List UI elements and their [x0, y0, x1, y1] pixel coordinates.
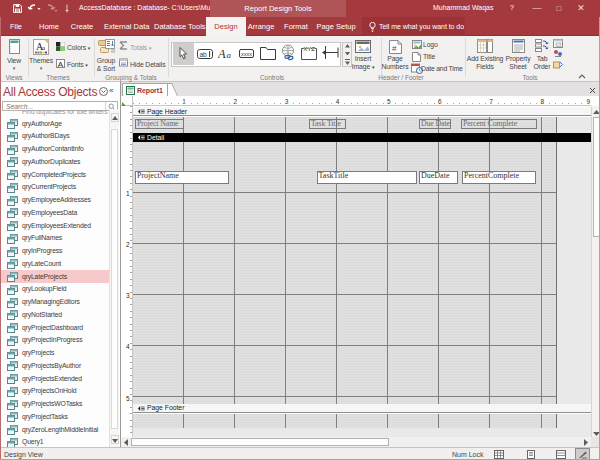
svg-text:xxxx: xxxx [241, 51, 252, 57]
svg-text:A: A [218, 47, 226, 60]
svg-text:ab: ab [199, 51, 207, 58]
svg-text:#: # [392, 44, 397, 53]
svg-text:A: A [58, 60, 64, 69]
svg-text:a: a [226, 50, 231, 60]
svg-text:XYZ: XYZ [303, 46, 315, 52]
